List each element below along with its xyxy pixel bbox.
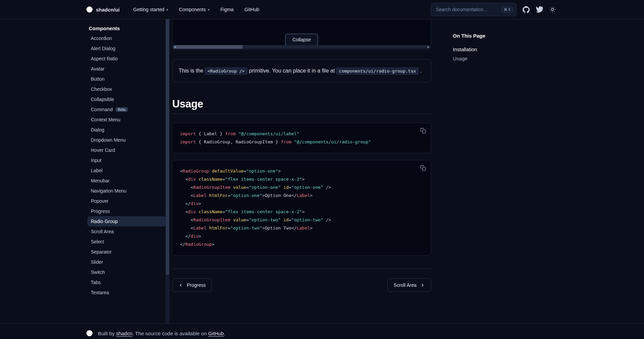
tok: RadioGroup [185,242,212,247]
search-kbd: ⌘ K [502,7,513,13]
collapse-button[interactable]: Collapse [285,34,318,46]
footer-link-github[interactable]: GitHub [208,331,224,336]
sidebar-item-tabs[interactable]: Tabs [87,277,166,287]
sidebar-item-radio-group[interactable]: Radio Group [87,216,166,226]
sidebar-item-alert-dialog[interactable]: Alert Dialog [87,43,166,54]
pager-prev-button[interactable]: Progress [172,278,212,292]
tok: value [233,217,246,222]
sidebar-item-button[interactable]: Button [87,74,166,84]
sidebar-item-input[interactable]: Input [87,155,166,165]
info-text: primitive. You can place it in a file at [247,68,336,74]
sidebar-item-avatar[interactable]: Avatar [87,64,166,74]
copy-icon[interactable] [420,165,426,174]
info-code: components/ui/radio-group.tsx [336,67,419,75]
horizontal-scrollbar[interactable]: ◀ ▶ [173,45,430,49]
tok: RadioGroupItem [193,217,230,222]
tok: id [283,217,289,222]
tok: "option-two" [230,225,262,231]
sidebar-item-progress[interactable]: Progress [87,206,166,216]
tok: "option-one" [291,185,323,190]
sidebar-item-separator[interactable]: Separator [87,247,166,257]
tok: "option-two" [291,217,323,222]
sidebar-item-switch[interactable]: Switch [87,267,166,277]
brand-logo-icon [86,6,93,13]
toc: On This Page InstallationUsage [437,19,556,323]
pager: Progress Scroll Area [172,268,431,292]
chevron-down-icon: ▾ [208,8,209,12]
sidebar-item-dropdown-menu[interactable]: Dropdown Menu [87,135,166,145]
tok: htmlFor [209,193,228,198]
brand-name: shadcn/ui [96,7,120,13]
sidebar-item-navigation-menu[interactable]: Navigation Menu [87,186,166,196]
tok: RadioGroupItem [193,185,230,190]
tok: div [190,234,198,239]
sidebar-item-label[interactable]: Label [87,165,166,176]
sidebar-item-popover[interactable]: Popover [87,196,166,206]
tok: "option-one" [249,185,281,190]
tok: Option Two [265,225,291,231]
footer-segment: Built by [98,331,116,336]
info-callout: This is the <RadioGroup /> primitive. Yo… [172,59,431,82]
tok: Label [204,131,217,136]
toc-title: On This Page [453,33,556,39]
nav-components[interactable]: Components▾ [179,7,209,12]
tok: value [233,185,246,190]
sidebar-item-textarea[interactable]: Textarea [87,287,166,298]
search-input[interactable]: Search documentation... ⌘ K [431,3,517,16]
tok: RadioGroup [204,139,230,144]
toc-item-usage[interactable]: Usage [453,54,556,63]
pager-next-button[interactable]: Scroll Area [387,278,431,292]
nav-getting-started[interactable]: Getting started▾ [133,7,168,12]
footer-segment: . The source code is available on [133,331,208,336]
sidebar-item-select[interactable]: Select [87,237,166,247]
tok: defaultValue [212,168,244,174]
chevron-left-icon: ◀ [174,45,176,48]
sidebar-item-collapsible[interactable]: Collapsible [87,94,166,104]
svg-point-0 [551,8,554,11]
toc-item-installation[interactable]: Installation [453,45,556,54]
tok: "flex items-center space-x-2" [225,177,302,182]
sidebar-item-checkbox[interactable]: Checkbox [87,84,166,94]
chevron-down-icon: ▾ [166,8,168,12]
info-code: <RadioGroup /> [205,67,247,75]
tok: import [180,139,196,144]
tok: Option One [265,193,291,198]
sidebar-item-slider[interactable]: Slider [87,257,166,267]
sidebar-item-aspect-ratio[interactable]: Aspect Ratio [87,54,166,64]
tok: RadioGroup [183,168,209,174]
chevron-right-icon: ▶ [427,45,429,48]
scrollbar-thumb[interactable] [173,45,243,49]
scrollbar-thumb[interactable] [166,19,169,275]
sidebar-item-accordion[interactable]: Accordion [87,33,166,43]
sidebar-item-command[interactable]: CommandBeta [87,104,166,115]
copy-icon[interactable] [420,128,426,136]
twitter-icon[interactable] [536,6,543,13]
svg-rect-1 [422,130,425,133]
sidebar-item-scroll-area[interactable]: Scroll Area [87,226,166,237]
sidebar-item-dialog[interactable]: Dialog [87,125,166,135]
tok: div [190,201,198,206]
sidebar-scrollbar[interactable] [165,19,169,323]
brand[interactable]: shadcn/ui [86,6,120,13]
header-right: Search documentation... ⌘ K [431,3,556,16]
nav-label: Getting started [133,7,164,12]
top-nav: Getting started▾ Components▾ Figma GitHu… [133,7,259,12]
page-body: Components AccordionAlert DialogAspect R… [0,19,644,323]
theme-toggle-icon[interactable] [549,6,556,13]
github-icon[interactable] [523,6,530,13]
footer-link-author[interactable]: shadcn [116,331,132,336]
sidebar-wrap: Components AccordionAlert DialogAspect R… [0,19,166,323]
nav-github[interactable]: GitHub [244,7,259,12]
tok: Label [297,193,310,198]
nav-figma[interactable]: Figma [220,7,234,12]
sidebar-item-menubar[interactable]: Menubar [87,176,166,186]
tok: div [188,177,196,182]
sidebar-item-context-menu[interactable]: Context Menu [87,115,166,125]
main-content: Collapse ◀ ▶ This is the <RadioGroup /> … [166,19,437,323]
info-text: . [419,68,422,74]
footer-logo-icon [86,330,93,336]
sidebar-item-hover-card[interactable]: Hover Card [87,145,166,155]
code-block-example: <RadioGroup defaultValue="option-one"> <… [172,160,431,256]
tok: className [199,209,222,214]
tok: htmlFor [209,225,228,231]
